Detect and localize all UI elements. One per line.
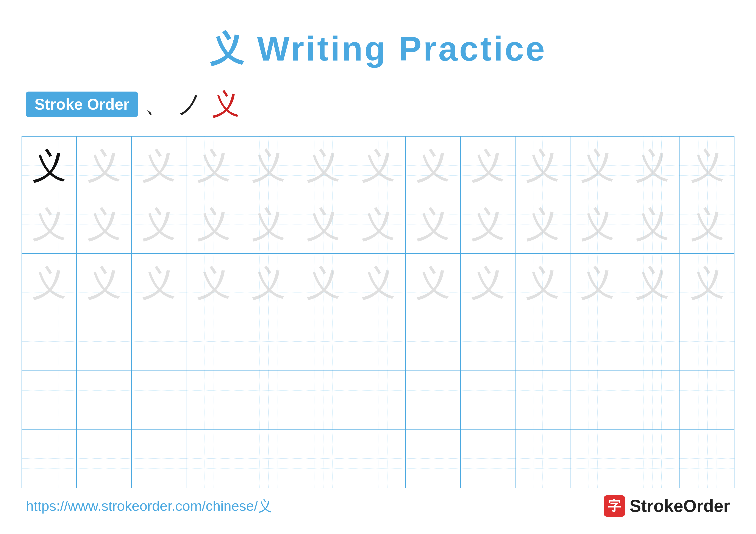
practice-char: 义 <box>361 207 395 242</box>
grid-cell[interactable] <box>77 312 131 370</box>
practice-char: 义 <box>361 266 395 300</box>
grid-cell[interactable]: 义 <box>132 254 186 312</box>
grid-cell[interactable]: 义 <box>77 195 131 253</box>
grid-cell[interactable]: 义 <box>77 137 131 195</box>
grid-cell[interactable]: 义 <box>625 254 680 312</box>
grid-cell[interactable]: 义 <box>186 254 241 312</box>
practice-char: 义 <box>416 207 450 242</box>
grid-cell[interactable]: 义 <box>461 254 516 312</box>
grid-cell[interactable] <box>406 371 461 429</box>
grid-cell[interactable] <box>132 371 186 429</box>
grid-cell[interactable] <box>77 371 131 429</box>
grid-cell[interactable] <box>186 312 241 370</box>
grid-cell[interactable] <box>241 429 296 488</box>
grid-cell[interactable] <box>680 429 735 488</box>
grid-cell[interactable] <box>186 371 241 429</box>
grid-cell[interactable] <box>77 429 131 488</box>
footer-logo: 字 StrokeOrder <box>604 495 730 517</box>
grid-cell[interactable]: 义 <box>461 195 516 253</box>
grid-cell[interactable] <box>22 312 77 370</box>
grid-cell[interactable] <box>461 429 516 488</box>
grid-cell[interactable]: 义 <box>241 254 296 312</box>
grid-cell[interactable] <box>680 312 735 370</box>
practice-char: 义 <box>87 207 121 242</box>
grid-cell[interactable]: 义 <box>680 195 735 253</box>
grid-cell[interactable]: 义 <box>296 195 351 253</box>
grid-cell[interactable]: 义 <box>241 137 296 195</box>
grid-cell[interactable]: 义 <box>22 195 77 253</box>
grid-cell[interactable] <box>570 429 625 488</box>
grid-cell[interactable] <box>22 429 77 488</box>
footer-url: https://www.strokeorder.com/chinese/义 <box>26 496 272 516</box>
practice-char: 义 <box>32 207 67 242</box>
practice-grid: 义义义义义义义义义义义义义义义义义义义义义义义义义义义义义义义义义义义义义义义 <box>21 136 735 488</box>
grid-cell[interactable]: 义 <box>406 254 461 312</box>
grid-cell[interactable] <box>351 312 406 370</box>
title-area: 义 Writing Practice <box>0 0 756 72</box>
grid-cell[interactable] <box>570 371 625 429</box>
grid-cell[interactable] <box>625 371 680 429</box>
grid-cell[interactable]: 义 <box>680 254 735 312</box>
practice-char: 义 <box>635 266 670 300</box>
grid-cell[interactable]: 义 <box>132 137 186 195</box>
grid-cell[interactable]: 义 <box>461 137 516 195</box>
grid-cell[interactable]: 义 <box>570 254 625 312</box>
grid-cell[interactable] <box>461 312 516 370</box>
practice-char: 义 <box>142 207 176 242</box>
grid-cell[interactable]: 义 <box>680 137 735 195</box>
grid-cell[interactable]: 义 <box>132 195 186 253</box>
practice-char: 义 <box>580 148 615 183</box>
practice-char: 义 <box>526 266 560 300</box>
grid-cell[interactable]: 义 <box>351 137 406 195</box>
practice-char: 义 <box>251 207 286 242</box>
grid-cell[interactable]: 义 <box>625 195 680 253</box>
grid-cell[interactable] <box>241 312 296 370</box>
grid-cell[interactable]: 义 <box>351 195 406 253</box>
grid-cell[interactable] <box>296 371 351 429</box>
grid-cell[interactable] <box>296 312 351 370</box>
grid-cell[interactable]: 义 <box>241 195 296 253</box>
stroke-char-2: ノ <box>177 87 203 122</box>
grid-cell[interactable]: 义 <box>406 137 461 195</box>
grid-cell[interactable]: 义 <box>22 254 77 312</box>
grid-cell[interactable] <box>516 371 570 429</box>
grid-cell[interactable]: 义 <box>22 137 77 195</box>
grid-cell[interactable] <box>132 312 186 370</box>
grid-cell[interactable]: 义 <box>570 137 625 195</box>
grid-cell[interactable] <box>461 371 516 429</box>
grid-cell[interactable]: 义 <box>296 137 351 195</box>
grid-cell[interactable]: 义 <box>570 195 625 253</box>
grid-cell[interactable]: 义 <box>296 254 351 312</box>
practice-char: 义 <box>526 148 560 183</box>
grid-cell[interactable]: 义 <box>77 254 131 312</box>
grid-cell[interactable] <box>351 371 406 429</box>
grid-row: 义义义义义义义义义义义义义 <box>22 254 734 312</box>
grid-cell[interactable]: 义 <box>516 195 570 253</box>
practice-char: 义 <box>87 148 121 183</box>
grid-cell[interactable]: 义 <box>516 254 570 312</box>
grid-cell[interactable] <box>351 429 406 488</box>
practice-char: 义 <box>306 207 340 242</box>
grid-cell[interactable] <box>570 312 625 370</box>
grid-cell[interactable] <box>241 371 296 429</box>
practice-char: 义 <box>471 148 505 183</box>
grid-cell[interactable] <box>625 429 680 488</box>
grid-row <box>22 371 734 429</box>
grid-cell[interactable] <box>516 312 570 370</box>
grid-cell[interactable]: 义 <box>516 137 570 195</box>
grid-cell[interactable] <box>22 371 77 429</box>
grid-cell[interactable]: 义 <box>406 195 461 253</box>
grid-cell[interactable] <box>132 429 186 488</box>
grid-cell[interactable] <box>406 312 461 370</box>
grid-cell[interactable]: 义 <box>186 137 241 195</box>
grid-cell[interactable]: 义 <box>186 195 241 253</box>
grid-cell[interactable] <box>625 312 680 370</box>
grid-cell[interactable] <box>516 429 570 488</box>
grid-cell[interactable] <box>406 429 461 488</box>
practice-char: 义 <box>251 266 286 300</box>
grid-cell[interactable] <box>296 429 351 488</box>
grid-cell[interactable]: 义 <box>351 254 406 312</box>
grid-cell[interactable] <box>186 429 241 488</box>
grid-cell[interactable] <box>680 371 735 429</box>
grid-cell[interactable]: 义 <box>625 137 680 195</box>
